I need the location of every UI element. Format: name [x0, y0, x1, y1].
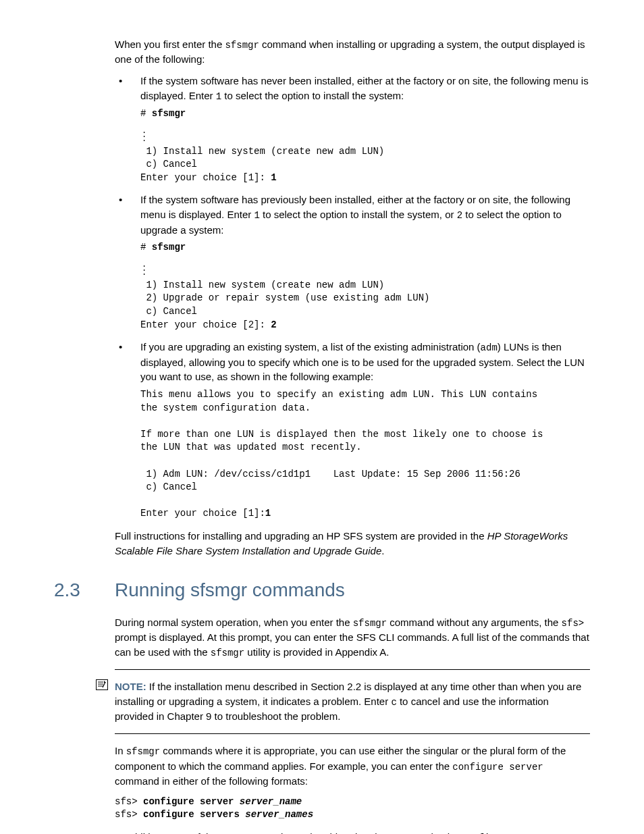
text: During normal system operation, when you…: [115, 617, 353, 628]
note-icon: [96, 679, 108, 690]
text: command in either of the following forma…: [115, 775, 308, 787]
note-text: NOTE: If the installation menu described…: [115, 679, 590, 724]
inline-code: sfsmgr: [353, 618, 387, 629]
inline-code: adm: [481, 342, 498, 353]
text: If you are upgrading an existing system,…: [140, 341, 481, 353]
user-input: 1: [265, 508, 271, 519]
text: In addition, most of the CLI commands ca…: [115, 831, 462, 834]
output: This menu allows you to specify an exist…: [140, 389, 543, 519]
list-item-text: If the system software has previously be…: [140, 192, 590, 237]
svg-line-4: [103, 682, 105, 687]
code-block: 1) Install new system (create new adm LU…: [140, 279, 590, 332]
inline-code: 1: [254, 210, 259, 221]
list-item: If the system software has never been in…: [115, 74, 590, 184]
inline-code: 1: [216, 91, 221, 102]
inline-code: sfsmgr: [126, 746, 160, 757]
text: to select the option to install the syst…: [260, 209, 457, 220]
bullet-list: If the system software has never been in…: [115, 74, 590, 521]
intro-paragraph: When you first enter the sfsmgr command …: [115, 37, 590, 67]
section-number: 2.3: [54, 577, 115, 604]
output: 1) Install new system (create new adm LU…: [140, 280, 429, 330]
paragraph: Full instructions for installing and upg…: [115, 529, 590, 558]
section-heading: 2.3 Running sfsmgr commands: [54, 577, 590, 604]
list-item-text: If you are upgrading an existing system,…: [140, 340, 590, 384]
paragraph: During normal system operation, when you…: [115, 615, 590, 660]
argument: server_name: [240, 796, 302, 807]
code-block: # sfsmgr: [140, 241, 590, 255]
command: sfsmgr: [152, 108, 186, 119]
command: configure server: [143, 796, 240, 807]
command: configure servers: [143, 809, 245, 820]
text: to select the option to install the syst…: [221, 90, 404, 101]
text: Full instructions for installing and upg…: [115, 530, 487, 542]
code-block: # sfsmgr: [140, 107, 590, 121]
divider: [115, 669, 590, 670]
content-column: When you first enter the sfsmgr command …: [54, 37, 590, 558]
note-block: NOTE: If the installation menu described…: [115, 679, 590, 724]
prompt: sfs>: [115, 796, 143, 807]
paragraph: In sfsmgr commands where it is appropria…: [115, 744, 590, 788]
list-item: If the system software has previously be…: [115, 192, 590, 332]
prompt: #: [140, 108, 152, 119]
section-title: Running sfsmgr commands: [115, 577, 345, 604]
inline-code: sfs>: [562, 618, 585, 629]
svg-rect-0: [97, 680, 108, 690]
list-item-text: If the system software has never been in…: [140, 74, 590, 103]
inline-code: sfsmgr: [211, 648, 244, 658]
output: 1) Install new system (create new adm LU…: [140, 146, 384, 183]
code-block: This menu allows you to specify an exist…: [140, 388, 590, 521]
text: When you first enter the: [115, 38, 225, 50]
page: When you first enter the sfsmgr command …: [0, 0, 644, 834]
prompt: sfs>: [115, 809, 143, 820]
code-block: sfs> configure server server_name sfs> c…: [115, 796, 590, 822]
user-input: 2: [271, 319, 276, 330]
text: command without any arguments, the: [387, 617, 561, 628]
inline-code: 2: [457, 210, 462, 221]
argument: server_names: [245, 809, 313, 820]
paragraph: In addition, most of the CLI commands ca…: [115, 830, 590, 834]
text: utility is provided in Appendix A.: [244, 646, 389, 658]
text: In: [115, 745, 126, 756]
inline-code: configure server: [452, 762, 543, 773]
divider: [115, 733, 590, 734]
vertical-dots: [140, 129, 590, 141]
vertical-dots: [140, 263, 590, 275]
inline-code: sfsmgr: [225, 40, 259, 51]
text: .: [381, 545, 384, 556]
user-input: 1: [271, 172, 276, 183]
prompt: #: [140, 242, 152, 253]
command: sfsmgr: [152, 242, 186, 253]
list-item: If you are upgrading an existing system,…: [115, 340, 590, 521]
inline-code: c: [391, 697, 396, 708]
code-block: 1) Install new system (create new adm LU…: [140, 145, 590, 185]
note-label: NOTE:: [115, 681, 146, 692]
content-column: During normal system operation, when you…: [54, 615, 590, 834]
